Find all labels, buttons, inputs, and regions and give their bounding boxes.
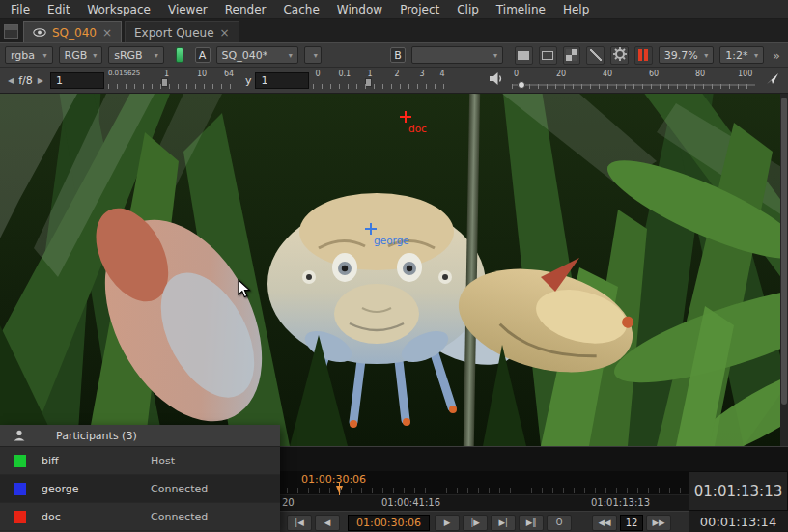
out-timecode-display: 01:01:13:13 xyxy=(689,471,788,511)
fast-backward-button[interactable]: ◀◀ xyxy=(592,515,617,531)
fstop-down-button[interactable]: ◀ xyxy=(5,76,16,85)
participant-status: Connected xyxy=(151,511,208,523)
gain-value: 1 xyxy=(56,74,63,87)
viewer-toolbar: rgba ▾ RGB ▾ sRGB ▾ A SQ_040* ▾ ▾ B ▾ xyxy=(0,42,788,68)
volume-tick: 100 xyxy=(738,70,752,78)
slash-icon xyxy=(590,49,602,61)
checker-background-button[interactable] xyxy=(563,46,581,65)
ruler-label-end: 01:01:13:13 xyxy=(591,497,650,508)
person-icon xyxy=(14,430,25,441)
volume-slider-handle[interactable] xyxy=(518,81,525,89)
go-to-out-button[interactable]: ▶| xyxy=(491,515,516,531)
fstop-up-button[interactable]: ▶ xyxy=(35,76,46,85)
tab-label: Export Queue xyxy=(134,26,214,40)
playhead-marker[interactable] xyxy=(336,486,343,494)
current-timecode-field[interactable]: 01:00:30:06 xyxy=(348,515,430,531)
proxy-dropdown[interactable]: 1:2* ▾ xyxy=(719,46,764,64)
menu-viewer[interactable]: Viewer xyxy=(159,0,216,19)
zoom-dropdown[interactable]: 39.7% ▾ xyxy=(659,46,715,64)
gain-slider-handle[interactable] xyxy=(161,78,168,87)
volume-tick: 20 xyxy=(556,70,566,78)
menu-file[interactable]: File xyxy=(2,0,39,19)
speaker-icon[interactable] xyxy=(490,72,504,88)
loop-button[interactable]: O xyxy=(547,515,572,531)
menu-render[interactable]: Render xyxy=(216,0,275,19)
input-a-label: A xyxy=(199,49,207,62)
gain-input[interactable]: 1 xyxy=(50,72,104,89)
pane-menu-icon[interactable] xyxy=(4,24,18,39)
plane-icon[interactable] xyxy=(767,73,779,88)
menu-help[interactable]: Help xyxy=(554,0,598,19)
go-to-in-button[interactable]: |◀ xyxy=(287,515,312,531)
view-mode-dropdown[interactable]: ▾ xyxy=(304,46,322,64)
step-forward-button[interactable]: |▶ xyxy=(463,515,488,531)
tabbar: SQ_040 × Export Queue × xyxy=(0,19,788,42)
close-icon[interactable]: × xyxy=(220,26,230,40)
marker-label: george xyxy=(374,235,409,246)
gamma-tick: 0 xyxy=(315,70,320,78)
duration-timecode-display: 00:01:13:14 xyxy=(689,511,788,532)
menu-project[interactable]: Project xyxy=(391,0,448,19)
rendered-frame xyxy=(0,94,788,446)
gamma-slider[interactable]: 0 0.1 1 2 3 4 xyxy=(313,69,444,92)
go-to-end-button[interactable]: ▶‖ xyxy=(519,515,544,531)
participant-row-doc[interactable]: doc Connected xyxy=(0,503,280,531)
fit-window-button[interactable] xyxy=(539,46,557,65)
menu-cache[interactable]: Cache xyxy=(274,0,327,19)
channels-dropdown[interactable]: RGB ▾ xyxy=(59,46,103,64)
viewport-scrollbar[interactable] xyxy=(780,94,788,446)
exposure-toolbar: ◀ f/8 ▶ 1 0.015625 1 10 64 y 1 0 0.1 1 2… xyxy=(0,68,788,94)
menu-clip[interactable]: Clip xyxy=(448,0,488,19)
volume-tick: 0 xyxy=(514,70,519,78)
volume-slider[interactable]: 0 20 40 60 80 100 xyxy=(512,69,755,92)
fast-forward-button[interactable]: ▶▶ xyxy=(646,515,671,531)
gamma-label: y xyxy=(245,74,252,87)
gamma-input[interactable]: 1 xyxy=(255,72,309,89)
menu-timeline[interactable]: Timeline xyxy=(488,0,554,19)
gear-icon xyxy=(613,46,627,65)
render-paused-indicator[interactable] xyxy=(634,46,653,65)
channels-value: RGB xyxy=(65,49,88,62)
volume-tick: 60 xyxy=(649,70,659,78)
menu-workspace[interactable]: Workspace xyxy=(78,0,159,19)
overflow-chevrons-icon[interactable]: » xyxy=(773,48,780,63)
scrollbar-thumb[interactable] xyxy=(781,98,787,405)
gamma-tick: 2 xyxy=(394,70,399,78)
chevron-down-icon: ▾ xyxy=(314,51,318,60)
participants-title: Participants (3) xyxy=(56,430,137,442)
input-b-chip[interactable]: B xyxy=(390,47,406,63)
full-frame-button[interactable] xyxy=(515,46,533,65)
gain-tick: 10 xyxy=(197,70,207,78)
chevron-down-icon: ▾ xyxy=(754,51,758,60)
participant-status: Connected xyxy=(151,483,208,495)
marker-label: doc xyxy=(408,123,427,134)
wipe-button[interactable] xyxy=(586,46,605,65)
menu-edit[interactable]: Edit xyxy=(39,0,78,19)
volume-tick: 40 xyxy=(603,70,612,78)
viewer-settings-button[interactable] xyxy=(610,46,629,65)
tab-export-queue[interactable]: Export Queue × xyxy=(125,21,239,42)
participant-row-george[interactable]: george Connected xyxy=(0,475,280,503)
fstop-label: f/8 xyxy=(16,74,35,87)
gamma-tick: 1 xyxy=(367,70,372,78)
fps-field[interactable]: 12 xyxy=(620,515,643,531)
crosshair-icon xyxy=(365,223,377,235)
participant-row-biff[interactable]: biff Host xyxy=(0,447,280,475)
input-a-chip[interactable]: A xyxy=(195,47,211,63)
layer-dropdown[interactable]: rgba ▾ xyxy=(5,46,53,64)
input-b-label: B xyxy=(394,49,402,62)
input-b-clip-dropdown[interactable]: ▾ xyxy=(411,46,503,64)
gamma-slider-handle[interactable] xyxy=(365,78,372,87)
gain-slider[interactable]: 0.015625 1 10 64 xyxy=(108,69,236,92)
tab-label: SQ_040 xyxy=(52,26,97,40)
monitor-icon xyxy=(542,51,553,60)
tab-viewer-sq040[interactable]: SQ_040 × xyxy=(23,21,122,42)
input-a-clip-dropdown[interactable]: SQ_040* ▾ xyxy=(216,46,298,64)
menu-window[interactable]: Window xyxy=(328,0,391,19)
participants-panel: Participants (3) biff Host george Connec… xyxy=(0,425,280,532)
colorspace-dropdown[interactable]: sRGB ▾ xyxy=(108,46,164,64)
step-back-button[interactable]: ◀ xyxy=(315,515,340,531)
close-icon[interactable]: × xyxy=(102,26,112,40)
viewer-canvas[interactable]: doc george xyxy=(0,94,788,446)
play-button[interactable]: ▶ xyxy=(435,515,460,531)
